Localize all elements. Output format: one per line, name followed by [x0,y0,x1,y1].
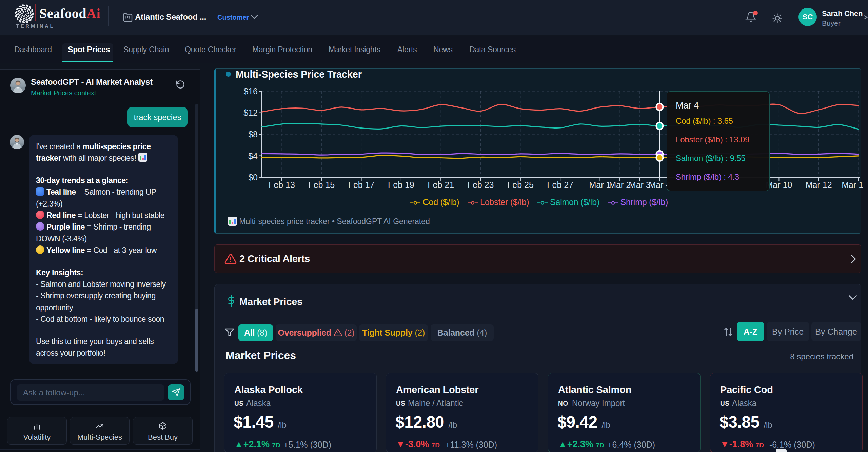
svg-text:Feb 15: Feb 15 [308,180,335,190]
svg-text:Feb 17: Feb 17 [348,180,375,190]
svg-text:Feb 13: Feb 13 [269,180,295,190]
svg-text:Mar 3: Mar 3 [629,180,651,190]
svg-text:Mar 12: Mar 12 [806,180,832,190]
svg-text:Feb 25: Feb 25 [507,180,534,190]
svg-text:Mar 14: Mar 14 [842,180,863,190]
svg-text:$8: $8 [248,130,258,139]
svg-text:Feb 19: Feb 19 [388,180,414,190]
svg-text:Mar 10: Mar 10 [766,180,792,190]
svg-text:Mar 1: Mar 1 [589,180,611,190]
svg-text:$12: $12 [243,108,258,117]
svg-text:$0: $0 [248,173,258,182]
svg-text:$4: $4 [248,151,258,161]
svg-text:Mar 2: Mar 2 [609,180,631,190]
svg-text:Feb 21: Feb 21 [428,180,454,190]
svg-text:$16: $16 [243,86,258,96]
svg-text:Feb 27: Feb 27 [547,180,573,190]
svg-text:Feb 23: Feb 23 [468,180,494,190]
